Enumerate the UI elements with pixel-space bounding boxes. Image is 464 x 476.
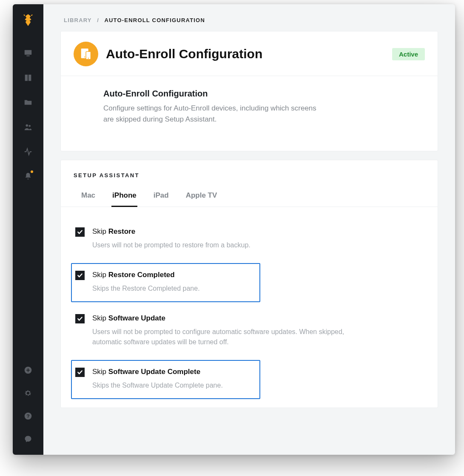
svg-text:?: ? [26, 413, 29, 419]
intro-description: Configure settings for Auto-Enroll devic… [103, 103, 325, 125]
svg-point-12 [84, 57, 85, 57]
check-icon [77, 316, 83, 322]
bee-logo-icon [22, 14, 34, 28]
section-title: SETUP ASSISTANT [61, 160, 438, 186]
setup-assistant-card: SETUP ASSISTANT Mac iPhone iPad Apple TV… [60, 160, 438, 408]
intro-section: Auto-Enroll Configuration Configure sett… [61, 76, 438, 151]
checkbox-restore[interactable] [75, 227, 85, 237]
svg-rect-1 [26, 56, 29, 57]
checkbox-software-update[interactable] [75, 314, 85, 323]
intro-heading: Auto-Enroll Configuration [103, 89, 425, 99]
main-content: LIBRARY / AUTO-ENROLL CONFIGURATION Auto… [43, 4, 455, 455]
option-label: Skip Software Update Complete [92, 368, 256, 376]
option-restore-completed: Skip Restore Completed Skips the Restore… [71, 263, 260, 302]
option-label: Skip Restore Completed [92, 271, 256, 279]
nav-library[interactable] [20, 70, 36, 86]
tab-mac[interactable]: Mac [80, 186, 96, 207]
svg-rect-0 [25, 50, 32, 55]
options-list: Skip Restore Users will not be prompted … [61, 207, 438, 408]
check-icon [77, 229, 83, 235]
nav-help[interactable]: ? [20, 408, 36, 424]
option-description: Users will not be prompted to restore fr… [92, 240, 364, 250]
option-description: Users will not be prompted to configure … [92, 327, 364, 347]
tab-appletv[interactable]: Apple TV [185, 186, 218, 207]
status-badge: Active [392, 48, 425, 60]
svg-point-11 [88, 58, 89, 59]
tab-ipad[interactable]: iPad [153, 186, 170, 207]
nav-notifications[interactable] [20, 168, 36, 184]
app-frame: ? LIBRARY / AUTO-ENROLL CONFIGURATION Au… [13, 4, 455, 455]
platform-tabs: Mac iPhone iPad Apple TV [61, 186, 438, 207]
check-icon [77, 369, 83, 375]
option-software-update: Skip Software Update Users will not be p… [71, 306, 425, 356]
nav-devices[interactable] [20, 45, 36, 61]
nav-chat[interactable] [20, 431, 36, 447]
breadcrumb-separator-icon: / [97, 17, 99, 23]
breadcrumb: LIBRARY / AUTO-ENROLL CONFIGURATION [43, 4, 455, 31]
notification-dot-icon [31, 170, 33, 173]
option-restore: Skip Restore Users will not be prompted … [71, 220, 425, 259]
tab-iphone[interactable]: iPhone [111, 186, 137, 207]
option-label: Skip Restore [92, 227, 419, 236]
page-title: Auto-Enroll Configuration [106, 47, 262, 61]
svg-point-5 [28, 125, 31, 127]
header-card: Auto-Enroll Configuration Active Auto-En… [60, 31, 438, 151]
option-description: Skips the Restore Completed pane. [92, 283, 256, 294]
nav-folders[interactable] [20, 94, 36, 110]
nav-activity[interactable] [20, 144, 36, 160]
breadcrumb-current: AUTO-ENROLL CONFIGURATION [104, 17, 205, 23]
svg-rect-2 [25, 75, 28, 81]
svg-rect-3 [28, 75, 31, 81]
sidebar: ? [13, 4, 43, 455]
checkbox-software-update-complete[interactable] [75, 368, 85, 377]
option-software-update-complete: Skip Software Update Complete Skips the … [71, 360, 260, 399]
svg-point-4 [26, 125, 28, 127]
nav-users[interactable] [20, 119, 36, 135]
card-header: Auto-Enroll Configuration Active [61, 31, 438, 76]
checkbox-restore-completed[interactable] [75, 271, 85, 280]
option-description: Skips the Software Update Complete pane. [92, 380, 256, 391]
option-label: Skip Software Update [92, 314, 419, 323]
devices-icon [74, 42, 98, 66]
check-icon [77, 272, 83, 278]
nav-add[interactable] [20, 362, 36, 378]
nav-settings[interactable] [20, 385, 36, 401]
breadcrumb-parent[interactable]: LIBRARY [64, 17, 91, 23]
